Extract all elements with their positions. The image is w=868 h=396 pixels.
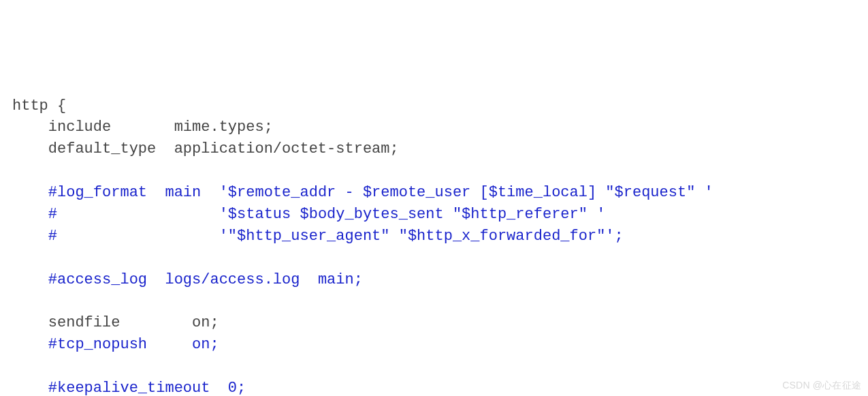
code-line: include mime.types; [12,117,856,138]
code-text: http { [12,97,66,115]
code-text [12,271,48,288]
code-text: sendfile on; [12,314,219,331]
code-text [12,206,48,223]
code-line [12,160,856,182]
code-line: # '$status $body_bytes_sent "$http_refer… [12,204,856,226]
code-comment: #tcp_nopush on; [48,336,219,353]
code-line [12,247,856,269]
code-line: default_type application/octet-stream; [12,138,856,160]
code-text: default_type application/octet-stream; [12,140,399,157]
code-line: #tcp_nopush on; [12,334,856,356]
code-line: #access_log logs/access.log main; [12,269,856,291]
code-line: #keepalive_timeout 0; [12,378,856,396]
code-line: # '"$http_user_agent" "$http_x_forwarded… [12,226,856,247]
code-comment: # '"$http_user_agent" "$http_x_forwarded… [48,228,624,245]
code-text [12,228,48,245]
code-line: http { [12,95,856,117]
code-line [12,291,856,313]
code-text [12,184,48,201]
code-comment: #keepalive_timeout 0; [48,380,246,396]
code-comment: # '$status $body_bytes_sent "$http_refer… [48,206,606,223]
code-text: include mime.types; [12,119,273,136]
code-comment: #log_format main '$remote_addr - $remote… [48,184,713,201]
code-line: #log_format main '$remote_addr - $remote… [12,182,856,204]
code-line: sendfile on; [12,312,856,334]
code-text [12,336,48,353]
watermark-text: CSDN @心在征途 [782,378,861,392]
code-comment: #access_log logs/access.log main; [48,271,363,288]
code-block: http { include mime.types; default_type … [12,95,856,396]
code-line [12,356,856,378]
code-text [12,380,48,396]
